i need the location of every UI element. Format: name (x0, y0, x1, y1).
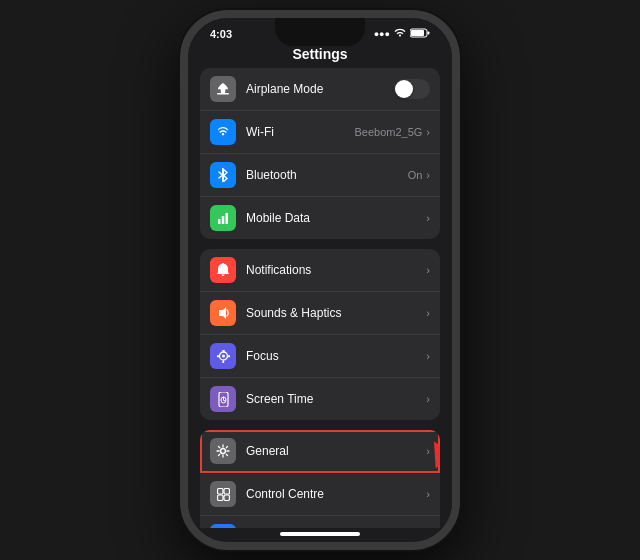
status-icons: ●●● (374, 28, 430, 40)
sounds-chevron: › (426, 307, 430, 319)
focus-icon-wrap (210, 343, 236, 369)
svg-rect-16 (217, 495, 223, 501)
notifications-group: Notifications › Sounds & Haptics › F (200, 249, 440, 420)
airplane-icon (210, 76, 236, 102)
mobile-data-chevron: › (426, 212, 430, 224)
screen-time-label: Screen Time (246, 392, 426, 406)
focus-chevron: › (426, 350, 430, 362)
svg-rect-4 (218, 219, 221, 224)
mobile-data-label: Mobile Data (246, 211, 426, 225)
sounds-item[interactable]: Sounds & Haptics › (200, 292, 440, 335)
wifi-label: Wi-Fi (246, 125, 354, 139)
battery-icon (410, 28, 430, 40)
svg-line-12 (223, 400, 225, 401)
sounds-label: Sounds & Haptics (246, 306, 426, 320)
svg-marker-7 (219, 307, 226, 319)
display-icon-wrap: AA (210, 524, 236, 528)
screen-time-item[interactable]: Screen Time › (200, 378, 440, 420)
bluetooth-label: Bluetooth (246, 168, 408, 182)
svg-rect-2 (428, 32, 430, 35)
general-chevron: › (426, 445, 430, 457)
general-label: General (246, 444, 426, 458)
signal-icon: ●●● (374, 29, 390, 39)
control-centre-chevron: › (426, 488, 430, 500)
display-item[interactable]: AA Display & Brightness › (200, 516, 440, 528)
svg-rect-15 (224, 488, 230, 494)
wifi-chevron: › (426, 126, 430, 138)
airplane-toggle[interactable] (394, 79, 430, 99)
svg-rect-3 (217, 93, 229, 95)
bluetooth-value: On (408, 169, 423, 181)
mobile-data-item[interactable]: Mobile Data › (200, 197, 440, 239)
svg-rect-6 (226, 213, 229, 224)
screen-time-chevron: › (426, 393, 430, 405)
control-centre-item[interactable]: Control Centre › (200, 473, 440, 516)
wifi-item[interactable]: Wi-Fi Beebom2_5G › (200, 111, 440, 154)
svg-point-13 (221, 449, 226, 454)
notifications-item[interactable]: Notifications › (200, 249, 440, 292)
system-group: General › Control Centre › AA Display (200, 430, 440, 528)
control-centre-icon-wrap (210, 481, 236, 507)
page-title: Settings (188, 44, 452, 68)
screen: 4:03 ●●● Settings (188, 18, 452, 542)
home-indicator (280, 532, 360, 536)
bluetooth-chevron: › (426, 169, 430, 181)
control-centre-label: Control Centre (246, 487, 426, 501)
connectivity-group: Airplane Mode Wi-Fi Beebom2_5G › (200, 68, 440, 239)
svg-rect-14 (217, 488, 223, 494)
general-item[interactable]: General › (200, 430, 440, 473)
wifi-icon-wrap (210, 119, 236, 145)
screen-time-icon-wrap (210, 386, 236, 412)
svg-rect-5 (222, 216, 225, 224)
focus-item[interactable]: Focus › (200, 335, 440, 378)
svg-point-8 (222, 354, 225, 357)
notifications-label: Notifications (246, 263, 426, 277)
settings-content: Airplane Mode Wi-Fi Beebom2_5G › (188, 68, 452, 528)
wifi-icon (394, 28, 406, 40)
notifications-chevron: › (426, 264, 430, 276)
wifi-value: Beebom2_5G (354, 126, 422, 138)
bluetooth-icon-wrap (210, 162, 236, 188)
notifications-icon-wrap (210, 257, 236, 283)
general-icon-wrap (210, 438, 236, 464)
svg-rect-17 (224, 495, 230, 501)
svg-rect-1 (411, 30, 424, 36)
airplane-mode-item[interactable]: Airplane Mode (200, 68, 440, 111)
focus-label: Focus (246, 349, 426, 363)
sounds-icon-wrap (210, 300, 236, 326)
airplane-label: Airplane Mode (246, 82, 394, 96)
mobile-data-icon-wrap (210, 205, 236, 231)
status-time: 4:03 (210, 28, 232, 40)
phone-frame: 4:03 ●●● Settings (180, 10, 460, 550)
bluetooth-item[interactable]: Bluetooth On › (200, 154, 440, 197)
status-bar: 4:03 ●●● (188, 18, 452, 44)
